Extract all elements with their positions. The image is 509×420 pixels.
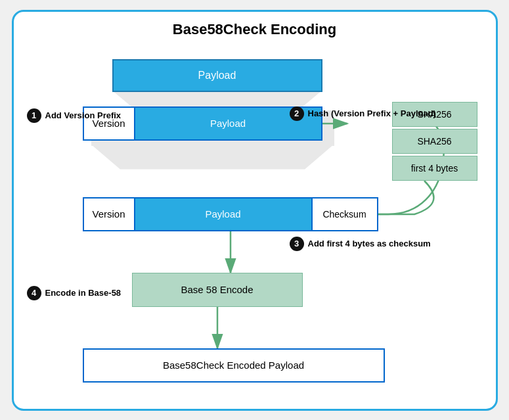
step4-label: Encode in Base-58 bbox=[45, 288, 122, 298]
payload-lower-box: Payload bbox=[135, 197, 313, 231]
step2: 2 Hash (Version Prefix + Payload) bbox=[290, 106, 436, 121]
base58-encode-box: Base 58 Encode bbox=[132, 273, 303, 307]
encoded-payload-box: Base58Check Encoded Payload bbox=[83, 348, 385, 383]
step1: 1 Add Version Prefix bbox=[27, 108, 122, 123]
step1-label: Add Version Prefix bbox=[45, 110, 122, 120]
step3: 3 Add first 4 bytes as checksum bbox=[290, 237, 431, 251]
checksum-box: Checksum bbox=[313, 197, 378, 231]
main-container: Base58Check Encoding Payload 1 Add Versi… bbox=[12, 10, 498, 411]
step3-label: Add first 4 bytes as checksum bbox=[308, 239, 431, 248]
version-payload-checksum-row: Version Payload Checksum bbox=[83, 197, 378, 231]
step2-label: Hash (Version Prefix + Payload) bbox=[308, 108, 436, 118]
sha256-box-2: SHA256 bbox=[392, 129, 477, 154]
step2-circle: 2 bbox=[290, 106, 304, 121]
diagram: Payload 1 Add Version Prefix Version Pay… bbox=[20, 46, 489, 401]
page-title: Base58Check Encoding bbox=[20, 21, 489, 38]
payload-top-box: Payload bbox=[112, 59, 322, 92]
trapezoid-bottom bbox=[91, 145, 334, 170]
step4-circle: 4 bbox=[27, 286, 41, 300]
version-box-lower: Version bbox=[83, 197, 135, 231]
step1-circle: 1 bbox=[27, 108, 41, 123]
first-4-bytes-box: first 4 bytes bbox=[392, 156, 477, 181]
step4: 4 Encode in Base-58 bbox=[27, 286, 122, 300]
step3-circle: 3 bbox=[290, 237, 304, 251]
